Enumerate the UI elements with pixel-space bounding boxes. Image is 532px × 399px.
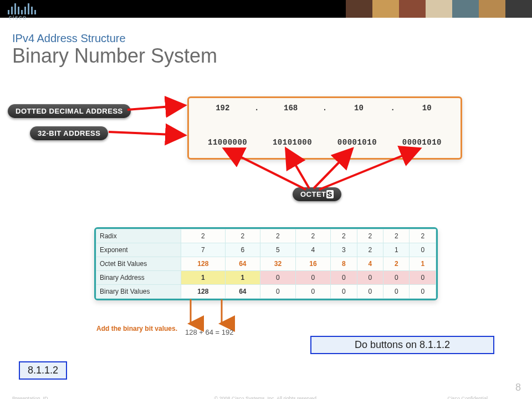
callout-do-buttons: Do buttons on 8.1.1.2 xyxy=(310,336,494,354)
callout-reference: 8.1.1.2 xyxy=(19,361,67,380)
footer-confidential: Cisco Confidential xyxy=(447,396,488,399)
sum-equation: 128 + 64 = 192 xyxy=(185,328,233,336)
add-note: Add the binary bit values. xyxy=(94,325,177,332)
page-number: 8 xyxy=(515,382,521,393)
